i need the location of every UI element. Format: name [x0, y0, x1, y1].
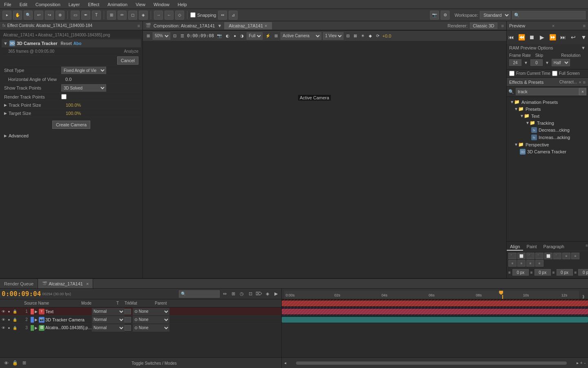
paragraph-tab[interactable]: Paragraph [540, 243, 568, 251]
tool-pen[interactable]: ✒ [81, 11, 90, 20]
layer-2-expand[interactable]: ▶ [35, 318, 39, 322]
tree-decreasing[interactable]: fx Decreas...cking [508, 126, 586, 134]
reset-view-btn[interactable]: ⟳ [375, 33, 381, 38]
scroll-left-btn[interactable]: ◂ [284, 361, 286, 365]
align-center-v-btn[interactable]: ⬜ [544, 253, 552, 259]
layer-2-parent[interactable]: ⊙ None [133, 316, 169, 323]
advanced-arrow[interactable]: ▶ [4, 134, 7, 138]
create-camera-button[interactable]: Create Camera [52, 121, 90, 129]
reset-button[interactable]: Reset [61, 41, 72, 46]
timeline-timecode[interactable]: 0:00:09:04 [2, 290, 41, 298]
effects-menu[interactable]: ≡ [583, 80, 586, 85]
tool-snap2[interactable]: ⊿ [229, 11, 238, 20]
preview-play-btn[interactable]: ▶ [538, 33, 546, 42]
layer-1-name[interactable]: Text [45, 309, 53, 314]
tl-tool-4[interactable]: ⊡ [247, 290, 254, 298]
skip-dropdown[interactable]: ▼ [545, 61, 549, 65]
align-left-btn[interactable]: ⬛ [508, 253, 517, 259]
playhead-marker[interactable] [499, 291, 503, 295]
view-select[interactable]: Active Camera [281, 32, 321, 40]
distrib-top-btn[interactable]: ≡ [517, 260, 526, 267]
layer-1-switch[interactable] [125, 309, 131, 314]
menu-edit[interactable]: Edit [18, 1, 29, 8]
tool-puppet[interactable]: ◈ [139, 11, 148, 20]
layer-1-eye[interactable]: 👁 [1, 309, 6, 314]
scroll-right-btn[interactable]: ▸ [577, 361, 579, 365]
menu-composition[interactable]: Composition [34, 1, 62, 8]
layer-2-solo[interactable]: ● [7, 317, 11, 322]
layer-3-parent[interactable]: ⊙ None [133, 324, 169, 332]
layer-1-expand[interactable]: ▶ [35, 310, 39, 314]
renderer-value[interactable]: Classic 3D [470, 22, 497, 29]
align-center-h-btn[interactable]: ⬜ [517, 253, 526, 259]
track-point-size-arrow[interactable]: ▶ [4, 103, 7, 107]
distrib-left-btn[interactable]: ≡ [562, 253, 570, 259]
tl-tool-6[interactable]: ◈ [264, 290, 271, 298]
full-screen-checkbox[interactable] [552, 71, 557, 76]
layer-3-eye[interactable]: 👁 [1, 325, 6, 330]
resolution-select[interactable]: Half [552, 59, 570, 66]
fast-preview-btn[interactable]: ⚡ [264, 33, 272, 38]
cancel-button[interactable]: Cancel [117, 56, 138, 65]
tl-bottom-2[interactable]: 🔒 [11, 359, 19, 367]
exposure-btn[interactable]: ◑ [239, 33, 245, 38]
tool-snap1[interactable]: ⇔ [218, 11, 227, 20]
toggle-switches-label[interactable]: Toggle Switches / Modes [29, 361, 279, 366]
render-queue-tab[interactable]: Render Queue [0, 279, 38, 288]
timeline-search-input[interactable] [179, 290, 220, 298]
comp-region-btn[interactable]: ⊞ [145, 33, 151, 38]
zoom-select[interactable]: 50% [153, 32, 170, 40]
layer-2-name[interactable]: 3D Tracker Camera [45, 317, 85, 322]
skip-input[interactable] [530, 59, 543, 66]
tool-arrow-r[interactable]: → [154, 11, 163, 20]
menu-effect[interactable]: Effect [86, 1, 101, 8]
tl-tool-2[interactable]: ⊞ [229, 290, 237, 298]
distrib-center-btn[interactable]: ≡ [571, 253, 579, 259]
tree-increasing[interactable]: fx Increas...acking [508, 134, 586, 141]
layer-3-name[interactable]: Alcatra...000-184385].png [45, 325, 92, 330]
tool-select[interactable]: ▸ [2, 11, 11, 20]
layer-3-switch[interactable] [125, 325, 131, 331]
effects-search-input[interactable] [516, 88, 579, 95]
target-size-arrow[interactable]: ▶ [4, 111, 7, 115]
layer-1-mode[interactable]: Normal [92, 308, 125, 315]
menu-help[interactable]: Help [176, 1, 189, 8]
zoom-in-btn[interactable]: + [580, 361, 583, 365]
zoom-out-btn[interactable]: - [584, 361, 586, 365]
tree-tracking[interactable]: ▼ 📁 Tracking [508, 119, 586, 126]
tracker-section-arrow[interactable]: ▼ [3, 41, 8, 46]
tl-tool-1[interactable]: ⇔ [221, 290, 228, 298]
timeline-end-btn[interactable]: ⟫ [579, 294, 588, 299]
tree-3d-camera[interactable]: 3D 3D Camera Tracker [508, 148, 586, 155]
preview-menu-icon[interactable]: ≡ [583, 23, 586, 28]
menu-animation[interactable]: Animation [106, 1, 129, 8]
tool-rect[interactable]: ▭ [71, 11, 80, 20]
settings-icon[interactable]: ⚙ [441, 11, 450, 20]
pad-top-input[interactable] [535, 269, 551, 276]
layer-1-lock[interactable]: 🔒 [12, 309, 17, 314]
camera-icon[interactable]: 📷 [430, 11, 439, 20]
layer-1-solo[interactable]: ● [7, 309, 11, 314]
align-menu-icon[interactable]: ≡ [586, 243, 588, 251]
layer-1-parent[interactable]: ⊙ None [133, 308, 169, 315]
tool-clone[interactable]: ⊞ [107, 11, 116, 20]
preview-prev-btn[interactable]: ⏪ [517, 33, 526, 42]
layer-2-mode[interactable]: Normal [92, 316, 125, 323]
menu-window[interactable]: Window [152, 1, 171, 8]
shot-type-select[interactable]: Fixed Angle of Vie [61, 67, 106, 74]
timeline-tab-close[interactable]: × [86, 281, 89, 286]
tool-hand[interactable]: ✋ [13, 11, 22, 20]
tool-eraser[interactable]: ◻ [128, 11, 137, 20]
timeline-scrollbar-h[interactable] [288, 361, 575, 365]
preview-options-dropdown[interactable]: ▼ [581, 45, 586, 50]
toggle-view-btn[interactable]: ⊟ [345, 33, 351, 38]
color-mgmt-btn[interactable]: ● [232, 33, 237, 38]
preview-first-btn[interactable]: ⏮ [507, 33, 515, 42]
toggle-shadows-btn[interactable]: ◆ [368, 33, 373, 38]
tl-tool-3[interactable]: ◷ [238, 290, 245, 298]
analyze-button[interactable]: Analyze [124, 49, 138, 54]
align-right-btn[interactable]: ⬛ [526, 253, 535, 259]
workspace-select[interactable]: Standard [480, 11, 510, 19]
preview-next-btn[interactable]: ⏩ [548, 33, 557, 42]
effects-close[interactable]: × [579, 80, 581, 85]
